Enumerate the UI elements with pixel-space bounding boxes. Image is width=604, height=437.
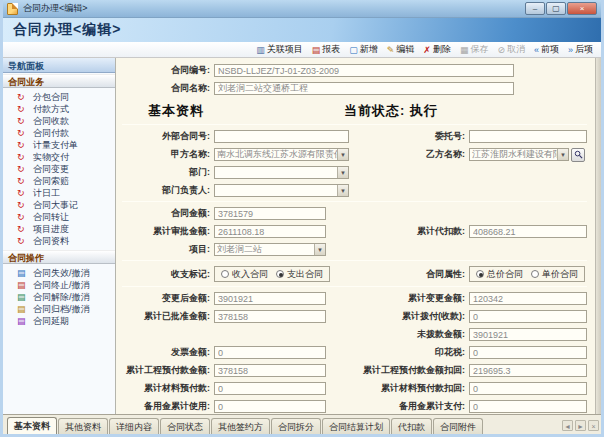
contract-sync-icon: ↻ [17, 176, 29, 186]
tab-withholding[interactable]: 代扣款 [391, 418, 432, 434]
chevron-down-icon: ▼ [337, 185, 348, 196]
stamp-tax-input[interactable] [469, 346, 587, 359]
consign-no-input[interactable] [469, 130, 587, 143]
tab-attachments[interactable]: 合同附件 [433, 418, 483, 434]
status-label: 当前状态: 执行 [344, 102, 438, 120]
contract-archive-icon: ▤ [17, 304, 29, 314]
divider [122, 286, 587, 287]
save-button[interactable]: ▦保存 [460, 43, 489, 56]
contract-no-input[interactable] [214, 64, 514, 77]
material-back-input[interactable] [469, 382, 587, 395]
magnifier-icon [574, 150, 583, 159]
change-total-input[interactable] [469, 292, 587, 305]
tab-contract-split[interactable]: 合同拆分 [271, 418, 321, 434]
approved-amount-input[interactable] [214, 310, 326, 323]
radio-expense-contract[interactable]: 支出合同 [276, 268, 323, 281]
allocated-input[interactable] [469, 310, 587, 323]
title-bar: 合同办理<编辑> – ▢ × [3, 0, 601, 18]
sidebar-item-subcontract[interactable]: ↻分包合同 [3, 91, 115, 103]
material-back-label: 累计材料预付款扣回: [326, 382, 465, 395]
new-button[interactable]: ▢新增 [349, 43, 378, 56]
new-doc-icon: ▢ [349, 45, 358, 55]
after-change-input[interactable] [214, 292, 326, 305]
sidebar-item-payment[interactable]: ↻合同付款 [3, 127, 115, 139]
sidebar-item-terminate[interactable]: ▤合同终止/撤消 [3, 279, 115, 291]
project-select[interactable]: 刘老涧二站▼ [214, 243, 326, 256]
party-a-select[interactable]: 南水北调东线江苏水源有限责任公司▼ [214, 148, 349, 161]
party-b-lookup-button[interactable] [571, 148, 585, 162]
edit-button[interactable]: ✎编辑 [387, 43, 415, 56]
ext-no-input[interactable] [214, 130, 349, 143]
sidebar-item-claim[interactable]: ↻合同索赔 [3, 175, 115, 187]
tab-detail-content[interactable]: 详细内容 [109, 418, 159, 434]
unallocated-input[interactable] [469, 328, 587, 341]
prepay-back-input[interactable] [469, 364, 587, 377]
page-header: 合同办理<编辑> [3, 18, 601, 42]
tab-scroll-left-button[interactable]: ◄ [562, 420, 573, 431]
close-button[interactable]: × [567, 2, 597, 15]
contract-sync-icon: ↻ [17, 140, 29, 150]
sidebar-item-transfer[interactable]: ↻合同转让 [3, 211, 115, 223]
tab-basic-info[interactable]: 基本资料 [7, 417, 57, 435]
maximize-button[interactable]: ▢ [546, 2, 566, 15]
edit-icon: ✎ [387, 45, 395, 55]
party-b-select[interactable]: 江苏淮阴水利建设有限公司▼ [469, 148, 569, 161]
tab-settlement-plan[interactable]: 合同结算计划 [322, 418, 390, 434]
reserve-used-input[interactable] [214, 400, 326, 413]
material-prepay-input[interactable] [214, 382, 326, 395]
cancel-icon: ⊘ [497, 45, 505, 55]
navigation-panel: 导航面板 合同业务 ↻分包合同 ↻付款方式 ↻合同收款 ↻合同付款 ↻计量支付单… [3, 58, 116, 414]
tab-scroll-right-button[interactable]: ► [575, 420, 586, 431]
tab-other-info[interactable]: 其他资料 [58, 418, 108, 434]
sidebar-item-delivery[interactable]: ↻实物交付 [3, 151, 115, 163]
reserve-paid-input[interactable] [469, 400, 587, 413]
section-contract-operations[interactable]: 合同操作 [3, 250, 115, 264]
sidebar-item-change[interactable]: ↻合同变更 [3, 163, 115, 175]
sidebar-item-release[interactable]: ▤合同解除/撤消 [3, 291, 115, 303]
basic-info-heading: 基本资料 [148, 102, 204, 120]
link-project-button[interactable]: ▥关联项目 [256, 43, 303, 56]
divider [122, 260, 587, 261]
sidebar-item-daywork[interactable]: ↻计日工 [3, 187, 115, 199]
cancel-button[interactable]: ⊘取消 [497, 43, 525, 56]
prepay-total-input[interactable] [214, 364, 326, 377]
sidebar-item-extend[interactable]: ▤合同延期 [3, 315, 115, 327]
sidebar-item-pay-method[interactable]: ↻付款方式 [3, 103, 115, 115]
sidebar-item-progress[interactable]: ↻项目进度 [3, 223, 115, 235]
sidebar-item-events[interactable]: ↻合同大事记 [3, 199, 115, 211]
next-item-button[interactable]: »后项 [568, 43, 593, 56]
tab-bar: 基本资料 其他资料 详细内容 合同状态 其他签约方 合同拆分 合同结算计划 代扣… [3, 414, 601, 434]
radio-lump-sum-contract[interactable]: 总价合同 [476, 268, 523, 281]
sidebar-item-documents[interactable]: ↻合同资料 [3, 235, 115, 247]
approved-total-input[interactable] [214, 225, 326, 238]
material-prepay-label: 累计材料预付款: [118, 382, 210, 395]
contract-name-input[interactable] [214, 82, 514, 95]
chevron-down-icon: ▼ [557, 149, 568, 160]
delete-button[interactable]: ✗删除 [423, 43, 451, 56]
section-contract-business[interactable]: 合同业务 [3, 74, 115, 88]
tab-contract-status[interactable]: 合同状态 [160, 418, 210, 434]
tab-other-parties[interactable]: 其他签约方 [211, 418, 270, 434]
dept-head-select[interactable]: ▼ [214, 184, 349, 197]
contract-sync-icon: ↻ [17, 236, 29, 246]
amount-input[interactable] [214, 207, 326, 220]
prev-item-button[interactable]: «前项 [534, 43, 559, 56]
contract-sync-icon: ↻ [17, 224, 29, 234]
page-title: 合同办理<编辑> [13, 21, 121, 39]
sidebar-item-archive[interactable]: ▤合同归档/撤消 [3, 303, 115, 315]
report-button[interactable]: ▤报表 [312, 43, 341, 56]
invoice-input[interactable] [214, 346, 326, 359]
radio-unit-price-contract[interactable]: 单价合同 [531, 268, 578, 281]
sidebar-item-invalidate[interactable]: ▤合同失效/撤消 [3, 267, 115, 279]
dept-label: 部门: [118, 166, 210, 179]
withhold-total-input[interactable] [469, 225, 587, 238]
sidebar-item-measure-pay[interactable]: ↻计量支付单 [3, 139, 115, 151]
attr-group: 总价合同 单价合同 [469, 266, 585, 282]
next-item-icon: » [568, 45, 573, 55]
dept-select[interactable]: ▼ [214, 166, 349, 179]
vertical-scrollbar[interactable] [595, 58, 601, 414]
tab-close-button[interactable]: × [588, 420, 599, 431]
radio-income-contract[interactable]: 收入合同 [221, 268, 268, 281]
minimize-button[interactable]: – [525, 2, 545, 15]
sidebar-item-receipt[interactable]: ↻合同收款 [3, 115, 115, 127]
